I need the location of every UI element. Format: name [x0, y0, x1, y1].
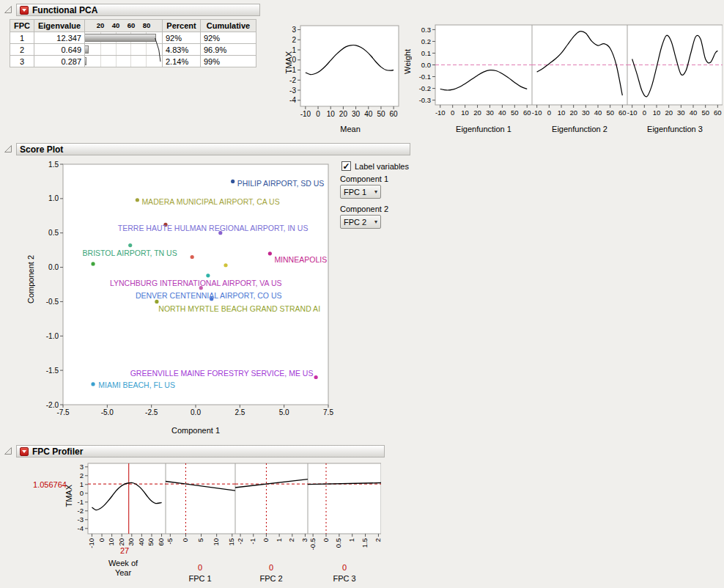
functional-pca-header: Functional PCA [16, 4, 260, 16]
eigenfunction-2-plot[interactable]: -100102030405060 [532, 21, 627, 121]
svg-text:DENVER CENTENNIAL AIRPORT, CO: DENVER CENTENNIAL AIRPORT, CO US [136, 291, 282, 300]
svg-text:0: 0 [181, 538, 189, 542]
disclosure-triangle-functional-pca[interactable] [4, 5, 12, 14]
svg-text:5.0: 5.0 [279, 408, 289, 416]
svg-text:30: 30 [486, 109, 494, 117]
eigen-table-row-2[interactable]: 2 0.649 4.83% 96.9% [10, 44, 256, 56]
component1-dropdown[interactable]: FPC 1 ▾ [340, 185, 381, 199]
svg-text:60: 60 [157, 538, 165, 546]
disclosure-triangle-score-plot[interactable] [4, 144, 12, 153]
label-variables-checkbox[interactable]: ✓ [341, 161, 351, 171]
profiler-week-of-year-cell[interactable]: 3210-1-2-3-4-100102030405060 [70, 460, 166, 559]
svg-text:-7.5: -7.5 [56, 408, 70, 416]
svg-text:50: 50 [147, 538, 155, 546]
svg-text:-1.5: -1.5 [46, 367, 59, 375]
cell-cumulative: 92% [201, 32, 256, 44]
cell-bar [85, 32, 163, 44]
svg-text:NORTH MYRTLE BEACH GRAND STRAN: NORTH MYRTLE BEACH GRAND STRAND AI [158, 304, 320, 313]
profiler-fpc1-current-value[interactable]: 0 [185, 563, 215, 572]
col-header-bar-axis: 20 40 60 80 [85, 20, 163, 32]
functional-pca-title: Functional PCA [32, 5, 97, 15]
checkmark-icon: ✓ [342, 163, 350, 170]
svg-text:-0.3: -0.3 [419, 96, 431, 104]
svg-text:30: 30 [677, 109, 685, 117]
component1-selector-label: Component 1 [340, 174, 388, 183]
eigenvalue-table: FPC Eigenvalue 20 40 60 80 Percent Cumul… [10, 19, 256, 67]
svg-text:2: 2 [287, 538, 295, 542]
svg-text:0.0: 0.0 [421, 61, 431, 69]
svg-text:3: 3 [80, 463, 84, 471]
svg-text:MIAMI BEACH, FL US: MIAMI BEACH, FL US [98, 381, 175, 389]
component2-dropdown[interactable]: FPC 2 ▾ [340, 215, 381, 229]
svg-text:0: 0 [451, 109, 454, 117]
col-header-cumulative: Cumulative [201, 20, 256, 32]
svg-text:-10: -10 [532, 109, 542, 117]
svg-text:3: 3 [300, 538, 308, 542]
svg-text:-4: -4 [78, 524, 84, 532]
svg-text:15: 15 [227, 538, 235, 546]
score-scatter-plot[interactable]: 1.51.00.50.0-0.5-1.0-1.5-2.0-7.5-5.0-2.5… [43, 158, 337, 419]
cell-fpc: 2 [10, 44, 34, 56]
svg-text:0.1: 0.1 [421, 49, 431, 57]
svg-text:0: 0 [97, 538, 106, 542]
eigen-table-row-3[interactable]: 3 0.287 2.14% 99% [10, 56, 256, 67]
svg-text:0: 0 [322, 538, 330, 542]
svg-text:1: 1 [275, 538, 283, 542]
fpc-profiler-menu-button[interactable] [20, 447, 29, 456]
profiler-week-current-value[interactable]: 27 [95, 546, 154, 555]
score-plot-header: Score Plot [16, 143, 410, 155]
svg-text:-10: -10 [300, 110, 311, 118]
svg-text:-5: -5 [166, 538, 174, 544]
svg-text:-2: -2 [289, 76, 296, 84]
svg-text:3: 3 [292, 26, 296, 34]
svg-text:0.0: 0.0 [191, 408, 201, 416]
svg-text:-2.0: -2.0 [46, 401, 59, 409]
svg-text:MADERA MUNICIPAL AIRPORT, CA U: MADERA MUNICIPAL AIRPORT, CA US [141, 197, 279, 206]
eigenfunction-1-plot[interactable]: 0.30.20.10.0-0.1-0.2-0.3-100102030405060 [413, 21, 532, 121]
svg-text:LYNCHBURG INTERNATIONAL AIRPOR: LYNCHBURG INTERNATIONAL AIRPORT, VA US [110, 279, 282, 287]
svg-text:60: 60 [390, 110, 399, 118]
component1-dropdown-value: FPC 1 [344, 188, 366, 196]
profiler-fpc3-current-value[interactable]: 0 [330, 563, 359, 572]
mean-function-plot[interactable]: 3210-1-2-3-4-100102030405060 [281, 22, 402, 122]
cell-eigenvalue: 0.649 [34, 44, 85, 56]
svg-text:-4: -4 [289, 96, 296, 104]
svg-text:10: 10 [653, 109, 661, 117]
eigenfunction-3-plot[interactable]: -100102030405060 [627, 21, 723, 121]
svg-text:2: 2 [374, 538, 381, 542]
chevron-down-icon: ▾ [374, 188, 377, 195]
svg-text:0.2: 0.2 [421, 37, 431, 45]
cell-eigenvalue: 12.347 [34, 32, 85, 44]
svg-text:10: 10 [558, 109, 566, 117]
profiler-fpc2-current-value[interactable]: 0 [256, 563, 286, 572]
svg-text:-2: -2 [236, 538, 244, 544]
disclosure-triangle-fpc-profiler[interactable] [4, 446, 12, 455]
svg-text:2.5: 2.5 [234, 408, 245, 416]
svg-text:-1: -1 [78, 498, 84, 506]
svg-text:PHILIP AIRPORT, SD US: PHILIP AIRPORT, SD US [237, 179, 325, 188]
profiler-fpc3-cell[interactable]: -0.500.511.52 [308, 460, 381, 559]
profiler-fpc1-cell[interactable]: -5051015 [166, 460, 235, 559]
score-plot-xlabel: Component 1 [152, 426, 240, 435]
svg-text:10: 10 [212, 538, 220, 546]
red-triangle-icon [22, 9, 26, 12]
svg-text:-10: -10 [87, 538, 95, 548]
profiler-fpc2-axis-label: FPC 2 [249, 574, 293, 583]
functional-pca-menu-button[interactable] [20, 6, 29, 15]
eigen-table-row-1[interactable]: 1 12.347 92% 92% [10, 32, 256, 44]
svg-text:-5.0: -5.0 [101, 408, 114, 416]
bar-axis-tick: 40 [112, 21, 120, 29]
svg-text:7.5: 7.5 [323, 408, 333, 416]
cell-percent: 2.14% [163, 56, 201, 67]
svg-text:20: 20 [117, 538, 125, 546]
profiler-fpc2-cell[interactable]: -2-10123 [235, 460, 308, 559]
svg-text:40: 40 [137, 538, 145, 546]
col-header-eigenvalue: Eigenvalue [34, 20, 85, 32]
svg-text:1.0: 1.0 [48, 194, 59, 202]
svg-text:50: 50 [606, 109, 614, 117]
svg-text:1.5: 1.5 [48, 161, 59, 169]
svg-text:20: 20 [473, 109, 481, 117]
svg-text:20: 20 [665, 109, 673, 117]
svg-text:-3: -3 [78, 515, 84, 523]
svg-text:20: 20 [339, 110, 348, 118]
